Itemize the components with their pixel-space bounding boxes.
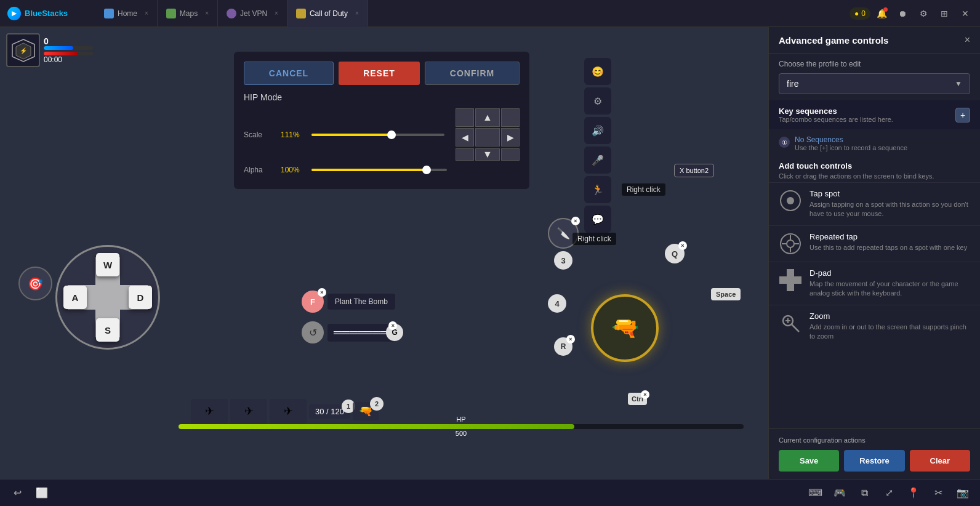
key-space[interactable]: Space: [711, 288, 741, 300]
x-button2[interactable]: X button2: [674, 164, 714, 177]
g-close[interactable]: ×: [388, 321, 397, 330]
cancel-button[interactable]: CANCEL: [244, 62, 334, 85]
key-d[interactable]: D: [129, 286, 152, 309]
repeated-tap-name: Repeated tap: [809, 232, 970, 241]
key-4[interactable]: 4: [548, 294, 566, 313]
tab-maps-close[interactable]: ×: [205, 10, 209, 17]
restore-button[interactable]: Restore: [844, 450, 904, 472]
home-btn[interactable]: ⬜: [32, 483, 52, 503]
confirm-button[interactable]: CONFIRM: [425, 62, 520, 85]
key-r[interactable]: R ×: [554, 337, 572, 356]
tab-cod[interactable]: Call of Duty ×: [287, 0, 368, 27]
save-button[interactable]: Save: [779, 450, 839, 472]
tab-home-close[interactable]: ×: [145, 10, 148, 17]
chat-btn[interactable]: 💬: [584, 206, 611, 233]
fire-circle[interactable]: 🔫: [591, 294, 659, 362]
home-tab-icon: [104, 9, 114, 18]
alpha-track[interactable]: [311, 169, 447, 171]
tab-vpn[interactable]: Jet VPN ×: [218, 0, 287, 27]
coin-badge: ● 0: [849, 7, 870, 20]
volume-btn[interactable]: 🔊: [584, 117, 611, 144]
tab-vpn-label: Jet VPN: [240, 9, 267, 18]
ammo-count: 30 / 120: [315, 407, 344, 416]
sidebar-icons: 😊 ⚙ 🔊 🎤 🏃 💬: [584, 58, 611, 233]
fire-btn-area[interactable]: 🔫: [591, 294, 659, 362]
key-3[interactable]: 3: [554, 251, 572, 270]
right-click-1[interactable]: Right click: [622, 183, 665, 196]
expand-icon[interactable]: ⤢: [879, 483, 899, 503]
num3-close[interactable]: ×: [571, 217, 580, 225]
back-btn[interactable]: ↩: [7, 483, 27, 503]
g-weapon-display[interactable]: ═══════ G ×: [327, 324, 395, 342]
profile-label: Choose the profile to edit: [779, 60, 970, 68]
bluestacks-name: BlueStacks: [25, 9, 68, 18]
ctrl-key-area[interactable]: Ctrl ×: [628, 393, 647, 405]
tap-spot-desc: Assign tapping on a spot with this actio…: [809, 200, 970, 219]
key-q[interactable]: Q ×: [665, 244, 685, 263]
hp-bar-track: [179, 424, 744, 429]
add-sequence-btn[interactable]: +: [955, 108, 970, 122]
q-key-area[interactable]: Q ×: [665, 244, 685, 263]
close-btn[interactable]: ✕: [955, 4, 975, 23]
run-btn[interactable]: 🏃: [584, 176, 611, 203]
dropdown-arrow-icon: ▼: [955, 79, 962, 88]
panel-close-btn[interactable]: ×: [965, 34, 970, 46]
key-s[interactable]: S: [96, 318, 119, 342]
q-close[interactable]: ×: [678, 241, 687, 250]
r-key-area[interactable]: R ×: [554, 337, 572, 356]
gear-icon-btn[interactable]: ⚙: [584, 87, 611, 114]
settings-btn[interactable]: ⚙: [914, 4, 933, 23]
location-icon[interactable]: 📍: [904, 483, 923, 503]
dpad-left[interactable]: ◀: [456, 128, 474, 147]
g-icon: ↺: [302, 321, 324, 343]
grenade-btn[interactable]: 🎯: [18, 267, 52, 300]
tab-vpn-close[interactable]: ×: [275, 10, 278, 17]
key-w[interactable]: W: [96, 253, 119, 276]
dpad-right[interactable]: ▶: [501, 128, 520, 147]
mic-btn[interactable]: 🎤: [584, 147, 611, 174]
clear-button[interactable]: Clear: [910, 450, 970, 472]
tab-home[interactable]: Home ×: [95, 0, 158, 27]
key-seq-subtitle: Tap/combo sequences are listed here.: [779, 116, 893, 123]
key-2[interactable]: 2: [370, 397, 384, 411]
wasd-cross: W A S D: [55, 245, 160, 350]
tap-spot-icon: [779, 190, 801, 212]
hp-bar-fill: [179, 424, 574, 429]
profile-dropdown[interactable]: fire ▼: [779, 73, 970, 94]
plant-bomb-area: F × Plant The Bomb: [302, 291, 395, 313]
repeated-tap-desc: Use this to add repeated taps on a spot …: [809, 243, 970, 252]
svg-marker-12: [779, 269, 801, 291]
gamepad-icon[interactable]: 🎮: [830, 483, 849, 503]
panel-title: Advanced game controls: [779, 35, 888, 46]
camera-icon[interactable]: 📷: [953, 483, 973, 503]
space-key-area[interactable]: Space: [711, 288, 741, 300]
scissors-icon[interactable]: ✂: [928, 483, 948, 503]
emoji-btn[interactable]: 😊: [584, 58, 611, 85]
notification-btn[interactable]: 🔔: [872, 4, 891, 23]
controls-popup: CANCEL RESET CONFIRM HIP Mode Scale 111%…: [234, 52, 529, 189]
copy-icon[interactable]: ⧉: [854, 483, 874, 503]
score-num: 0: [44, 36, 49, 46]
cod-tab-icon: [296, 9, 306, 18]
key-a[interactable]: A: [63, 286, 87, 309]
tap-spot-info: Tap spot Assign tapping on a spot with t…: [809, 189, 970, 219]
game-area[interactable]: ⚡ 0 00:00 CANCEL RESET CONFIR: [0, 27, 768, 479]
no-seq-desc: Use the [+] icon to record a sequence: [795, 144, 907, 151]
record-btn[interactable]: ⏺: [893, 4, 912, 23]
key-ctrl[interactable]: Ctrl ×: [628, 393, 647, 405]
r-close[interactable]: ×: [566, 335, 575, 343]
keyboard-icon[interactable]: ⌨: [805, 483, 825, 503]
scale-track[interactable]: [311, 134, 444, 136]
dpad-up[interactable]: ▲: [475, 108, 500, 127]
ctrl-close[interactable]: ×: [641, 390, 649, 399]
reset-button[interactable]: RESET: [339, 62, 420, 85]
window-btn[interactable]: ⊞: [934, 4, 954, 23]
dpad-down[interactable]: ▼: [475, 148, 500, 161]
tab-cod-close[interactable]: ×: [355, 10, 359, 17]
tab-maps[interactable]: Maps ×: [158, 0, 218, 27]
tab-cod-label: Call of Duty: [310, 9, 348, 18]
f-close[interactable]: ×: [318, 288, 326, 297]
f-key-btn[interactable]: F ×: [302, 291, 324, 313]
no-seq-link[interactable]: No Sequences: [795, 135, 907, 144]
right-click-2[interactable]: Right click: [572, 233, 616, 245]
